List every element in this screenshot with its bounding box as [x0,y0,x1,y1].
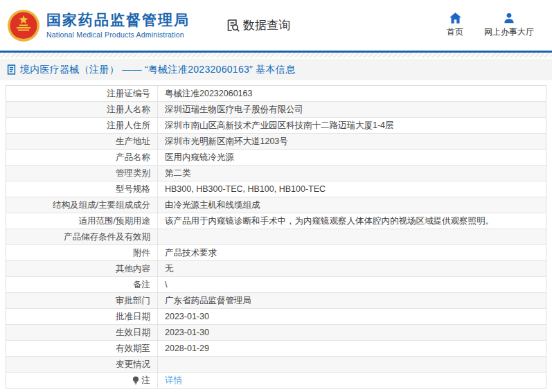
lightbulb-icon [132,376,139,385]
row-label: 生效日期 [6,325,158,340]
table-row: 附件产品技术要求 [6,244,546,260]
row-value: 粤械注准20232060163 [158,86,546,101]
nav-home-label: 首页 [447,26,463,38]
row-value: 该产品用于内窥镜诊断和手术中，为内窥镜观察人体体腔内的视场区域提供观察照明。 [158,213,546,229]
row-value: 2023-01-30 [158,309,546,324]
row-label-text: 注册人名称 [107,104,151,115]
row-label-text: 有效期至 [116,343,150,354]
data-query-label: 数据查询 [243,17,290,33]
row-label: 批准日期 [6,309,158,324]
row-value [158,357,546,372]
row-label-text: 产品名称 [116,152,150,163]
site-header: 国家药品监督管理局 National Medical Products Admi… [0,0,552,51]
row-label-text: 附件 [133,247,150,258]
table-row: 备注\ [6,276,546,292]
table-row: 注册人住所深圳市南山区高新技术产业园区科技南十二路迈瑞大厦1-4层 [6,117,546,133]
table-row: 审批部门广东省药品监督管理局 [6,292,546,308]
row-value: 2023-01-30 [158,325,546,340]
row-value: 无 [158,261,546,276]
table-row: 型号规格HB300, HB300-TEC, HB100, HB100-TEC [6,181,546,197]
row-label-text: 注册人住所 [107,120,151,131]
row-label: 产品名称 [6,150,158,165]
table-row: 管理类别第二类 [6,165,546,181]
row-value: 产品技术要求 [158,245,546,260]
row-label: 注 [6,373,158,388]
table-row: 注详情 [6,372,546,388]
row-label: 审批部门 [6,293,158,308]
row-label: 注册人住所 [6,118,158,133]
row-label: 备注 [6,277,158,292]
user-icon [504,12,515,24]
table-row: 生效日期2023-01-30 [6,324,546,340]
row-label-text: 其他内容 [116,263,150,274]
page-title: 境内医疗器械（注册） —— “粤械注准20232060163” 基本信息 [20,64,295,76]
row-label: 注册人名称 [6,102,158,117]
row-label-text: 型号规格 [116,184,150,195]
document-search-icon [226,18,240,33]
row-value: 2028-01-29 [158,341,546,356]
brand-subtitle: National Medical Products Administration [46,30,190,39]
table-row: 注册证编号粤械注准20232060163 [6,86,546,101]
table-row: 生产地址深圳市光明新区南环大道1203号 [6,133,546,149]
table-row: 适用范围/预期用途该产品用于内窥镜诊断和手术中，为内窥镜观察人体体腔内的视场区域… [6,213,546,229]
row-label: 适用范围/预期用途 [6,213,158,229]
row-value [158,229,546,244]
row-value: 广东省药品监督管理局 [158,293,546,308]
home-icon [449,12,461,24]
national-emblem-logo [7,9,40,42]
row-label: 其他内容 [6,261,158,276]
row-value: 由冷光源主机和线缆组成 [158,197,546,213]
brand-title: 国家药品监督管理局 [46,12,190,28]
row-label-text: 管理类别 [116,168,150,179]
brand-block: 国家药品监督管理局 National Medical Products Admi… [46,12,190,39]
nav-home[interactable]: 首页 [447,12,463,38]
row-label-text: 注册证编号 [107,88,151,99]
table-row: 结构及组成/主要组成成分由冷光源主机和线缆组成 [6,197,546,213]
table-row: 批准日期2023-01-30 [6,308,546,324]
info-table: 注册证编号粤械注准20232060163注册人名称深圳迈瑞生物医疗电子股份有限公… [6,85,546,389]
table-row: 注册人名称深圳迈瑞生物医疗电子股份有限公司 [6,101,546,117]
details-link[interactable]: 详情 [165,375,182,386]
header-hatch-band [0,53,552,57]
row-value: 第二类 [158,166,546,181]
row-label-text: 适用范围/预期用途 [79,215,150,226]
row-value: HB300, HB300-TEC, HB100, HB100-TEC [158,181,546,197]
row-label: 附件 [6,245,158,260]
row-label: 产品储存条件及有效期 [6,229,158,244]
row-label: 生产地址 [6,134,158,149]
row-label-text: 生效日期 [116,327,150,338]
row-label: 有效期至 [6,341,158,356]
row-label: 变更情况 [6,357,158,372]
row-label-text: 批准日期 [116,311,150,322]
table-row: 有效期至2028-01-29 [6,340,546,356]
row-label-text: 结构及组成/主要组成成分 [53,199,150,211]
table-row: 产品储存条件及有效期 [6,229,546,244]
document-icon [7,64,16,75]
row-label-text: 生产地址 [116,136,150,147]
row-label: 结构及组成/主要组成成分 [6,197,158,213]
row-label-text: 审批部门 [116,295,150,306]
row-value: \ [158,277,546,292]
data-query-nav[interactable]: 数据查询 [226,17,290,33]
row-label: 管理类别 [6,166,158,181]
nav-online-hall[interactable]: 网上办事大厅 [484,12,534,38]
page-title-bar: 境内医疗器械（注册） —— “粤械注准20232060163” 基本信息 [0,59,552,80]
row-value: 详情 [158,373,546,388]
row-value: 深圳市南山区高新技术产业园区科技南十二路迈瑞大厦1-4层 [158,118,546,133]
table-row: 其他内容无 [6,260,546,276]
row-label: 注册证编号 [6,86,158,101]
row-label-text: 备注 [133,279,150,290]
row-value: 深圳市光明新区南环大道1203号 [158,134,546,149]
nav-hall-label: 网上办事大厅 [484,26,534,38]
table-row: 产品名称医用内窥镜冷光源 [6,149,546,165]
row-label-text: 变更情况 [116,359,150,370]
row-value: 深圳迈瑞生物医疗电子股份有限公司 [158,102,546,117]
top-nav: 首页 网上办事大厅 [447,12,544,38]
row-label-text: 产品储存条件及有效期 [64,231,150,242]
table-row: 变更情况 [6,356,546,372]
row-value: 医用内窥镜冷光源 [158,150,546,165]
row-label-text: 注 [142,375,151,386]
row-label: 型号规格 [6,181,158,197]
